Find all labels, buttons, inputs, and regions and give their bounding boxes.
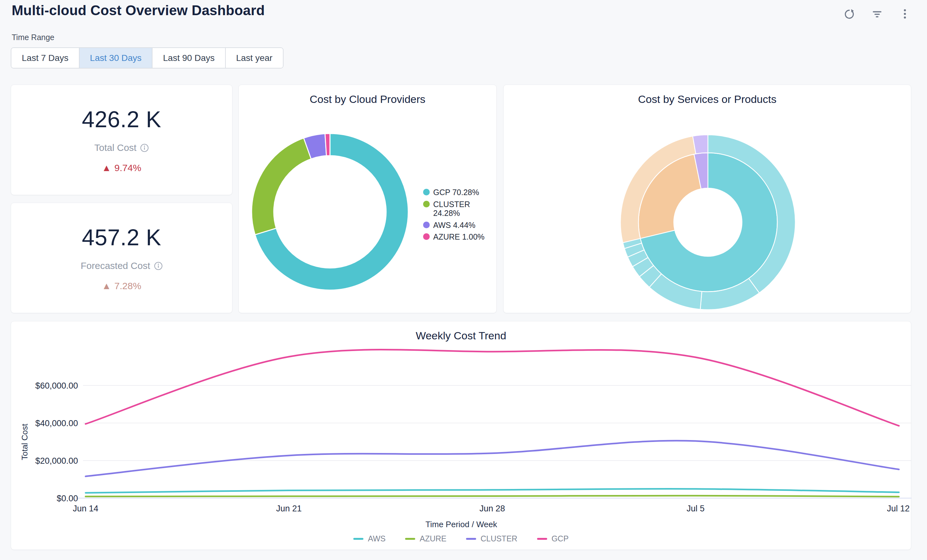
legend-label: AZURE 1.00% [433,232,485,241]
providers-chart-title: Cost by Cloud Providers [239,93,496,105]
y-tick-label: $0.00 [56,494,78,503]
trend-yaxis-title: Total Cost [20,423,29,460]
services-chart-title: Cost by Services or Products [504,93,911,105]
legend-item-gcp[interactable]: GCP 70.28% [423,188,489,197]
x-tick-label: Jul 12 [887,504,910,513]
y-tick-label: $40,000.00 [35,419,78,428]
legend-label: AZURE [419,534,447,543]
legend-dot [423,201,430,207]
trend-legend-item-aws[interactable]: AWS [353,534,386,543]
donut-segment-azure[interactable] [325,134,330,156]
series-line-aws [85,489,899,493]
time-range-button-last-30-days[interactable]: Last 30 Days [79,48,152,68]
legend-label: CLUSTER 24.28% [433,200,489,218]
more-options-button[interactable] [898,7,912,21]
y-tick-label: $20,000.00 [35,456,78,466]
cost-by-providers-card: Cost by Cloud Providers GCP 70.28%CLUSTE… [239,85,497,313]
trend-legend: AWSAZURECLUSTERGCP [11,534,911,543]
legend-dot [423,189,430,196]
time-range-button-last-7-days[interactable]: Last 7 Days [11,48,79,68]
total-cost-value: 426.2 K [82,106,161,132]
legend-label: CLUSTER [480,534,518,543]
forecasted-cost-label: Forecasted Cost [81,260,150,271]
legend-label: AWS 4.44% [433,221,476,230]
forecasted-cost-kpi-card: 457.2 K Forecasted Cost ▲ 7.28% [11,203,233,313]
filter-icon [871,7,884,21]
forecasted-cost-delta: ▲ 7.28% [102,281,141,291]
trend-legend-item-azure[interactable]: AZURE [405,534,447,543]
x-tick-label: Jun 21 [276,504,301,513]
legend-item-cluster[interactable]: CLUSTER 24.28% [423,200,489,218]
info-icon[interactable] [154,262,163,270]
y-tick-label: $60,000.00 [35,381,78,390]
legend-label: GCP 70.28% [433,188,479,197]
legend-item-azure[interactable]: AZURE 1.00% [423,232,489,241]
triangle-up-icon: ▲ [102,162,111,173]
legend-dash [466,538,476,540]
refresh-icon [843,7,856,21]
time-range-button-last-90-days[interactable]: Last 90 Days [152,48,225,68]
sunburst-outer-segment-9[interactable] [693,135,708,154]
legend-dot [423,233,430,240]
total-cost-delta: ▲ 9.74% [102,162,141,173]
series-line-azure [85,496,899,496]
total-cost-delta-value: 9.74% [114,162,141,173]
trend-legend-item-gcp[interactable]: GCP [537,534,568,543]
legend-label: GCP [552,534,568,543]
trend-chart-title: Weekly Cost Trend [11,329,911,342]
total-cost-kpi-card: 426.2 K Total Cost ▲ 9.74% [11,85,233,195]
series-line-gcp [85,349,899,425]
weekly-cost-trend-card: Weekly Cost Trend $0.00$20,000.00$40,000… [11,321,911,550]
legend-dash [353,538,363,540]
providers-legend: GCP 70.28%CLUSTER 24.28%AWS 4.44%AZURE 1… [423,188,489,244]
trend-legend-item-cluster[interactable]: CLUSTER [466,534,518,543]
page-title: Multi-cloud Cost Overview Dashboard [12,3,265,18]
services-sunburst-chart [504,85,912,313]
legend-label: AWS [368,534,386,543]
trend-line-chart: $0.00$20,000.00$40,000.00$60,000.00Jun 1… [11,321,912,550]
time-range-button-last-year[interactable]: Last year [225,48,283,68]
filter-button[interactable] [870,7,884,21]
time-range-group: Last 7 DaysLast 30 DaysLast 90 DaysLast … [11,47,284,68]
x-tick-label: Jul 5 [687,504,704,513]
total-cost-label: Total Cost [94,143,137,153]
series-line-cluster [85,441,899,477]
cost-by-services-card: Cost by Services or Products [503,85,911,313]
donut-segment-cluster[interactable] [252,138,311,235]
trend-xaxis-title: Time Period / Week [426,520,498,529]
legend-dash [405,538,415,540]
kebab-menu-icon [898,7,912,21]
info-icon[interactable] [140,144,149,152]
triangle-up-icon: ▲ [102,281,111,291]
legend-dot [423,222,430,228]
refresh-button[interactable] [842,7,856,21]
header-actions [842,7,912,21]
legend-item-aws[interactable]: AWS 4.44% [423,221,489,230]
forecasted-cost-delta-value: 7.28% [114,281,141,291]
x-tick-label: Jun 28 [479,504,505,513]
time-range-label: Time Range [12,33,54,42]
forecasted-cost-value: 457.2 K [82,225,161,250]
legend-dash [537,538,547,540]
x-tick-label: Jun 14 [73,504,98,513]
